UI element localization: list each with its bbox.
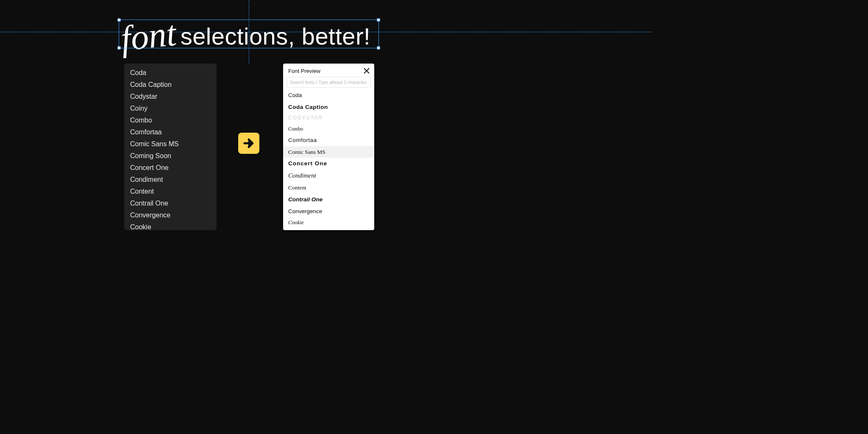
font-preview-list: CodaCoda CaptionCODYSTARComboComfortaaCo… (283, 89, 374, 230)
font-list-item[interactable]: Contrail One (124, 198, 217, 209)
arrow-badge (238, 133, 259, 154)
font-preview-item[interactable]: Convergence (283, 206, 374, 217)
font-preview-item[interactable]: Condiment (283, 170, 374, 182)
font-list-item[interactable]: Concert One (124, 162, 217, 174)
arrow-right-icon (242, 137, 255, 150)
font-list-item[interactable]: Coda Caption (124, 79, 217, 91)
font-preview-item[interactable]: Comic Sans MS (283, 146, 374, 158)
font-list-item[interactable]: Cookie (124, 221, 217, 230)
font-preview-item[interactable]: Coda (283, 89, 374, 101)
font-list-item[interactable]: Coiny (124, 103, 217, 114)
selection-frame[interactable] (119, 19, 379, 48)
font-list-item[interactable]: Content (124, 186, 217, 198)
font-preview-title: Font Preview (288, 68, 320, 74)
font-preview-item[interactable]: Coda Caption (283, 101, 374, 113)
font-list-item[interactable]: Combo (124, 114, 217, 126)
selection-handle-sw[interactable] (118, 47, 121, 50)
font-list-item[interactable]: Comfortaa (124, 126, 217, 138)
selection-handle-ne[interactable] (377, 19, 380, 22)
font-preview-item[interactable]: Contrail One (283, 194, 374, 206)
font-list-item[interactable]: Coming Soon (124, 150, 217, 162)
font-list-item[interactable]: Condiment (124, 174, 217, 186)
font-preview-panel: Font Preview CodaCoda CaptionCODYSTARCom… (283, 64, 374, 230)
font-preview-item[interactable]: Cooper Hewitt (283, 228, 374, 230)
font-preview-item[interactable]: CODYSTAR (283, 113, 374, 124)
font-list-item[interactable]: Codystar (124, 91, 217, 103)
close-icon[interactable] (363, 67, 370, 74)
font-preview-header: Font Preview (283, 64, 374, 77)
font-list-item[interactable]: Convergence (124, 209, 217, 221)
selection-handle-nw[interactable] (118, 19, 121, 22)
font-preview-item[interactable]: Concert One (283, 158, 374, 170)
font-list-basic-panel: CodaCoda CaptionCodystarCoinyComboComfor… (124, 64, 217, 230)
font-preview-item[interactable]: Combo (283, 124, 374, 135)
selection-handle-se[interactable] (377, 47, 380, 50)
font-list-item[interactable]: Comic Sans MS (124, 138, 217, 150)
font-preview-item[interactable]: Cookie (283, 217, 374, 228)
font-list-item[interactable]: Coda (124, 67, 217, 79)
font-search-input[interactable] (287, 77, 371, 88)
font-preview-item[interactable]: Comfortaa (283, 134, 374, 146)
font-preview-item[interactable]: Content (283, 182, 374, 194)
